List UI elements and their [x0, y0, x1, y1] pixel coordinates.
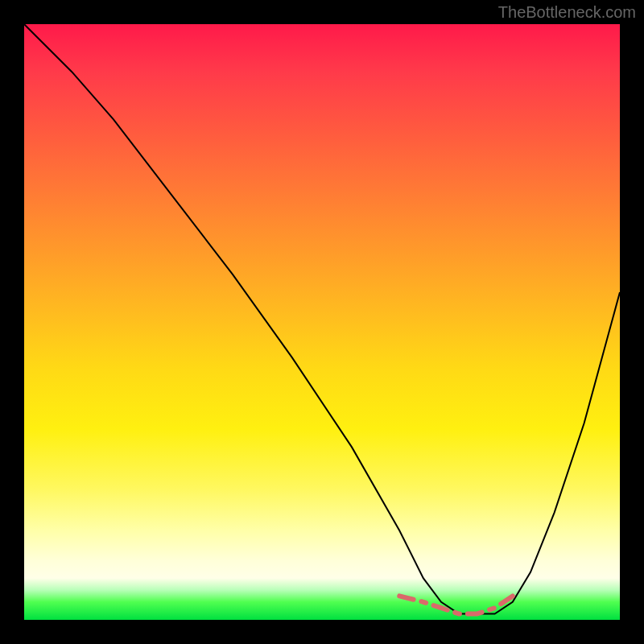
watermark-text: TheBottleneck.com	[498, 3, 636, 22]
optimal-range-marker	[399, 596, 513, 613]
bottleneck-curve	[24, 24, 620, 614]
bottleneck-chart: TheBottleneck.com	[0, 0, 644, 644]
plot-area	[24, 24, 620, 620]
curve-layer	[24, 24, 620, 620]
